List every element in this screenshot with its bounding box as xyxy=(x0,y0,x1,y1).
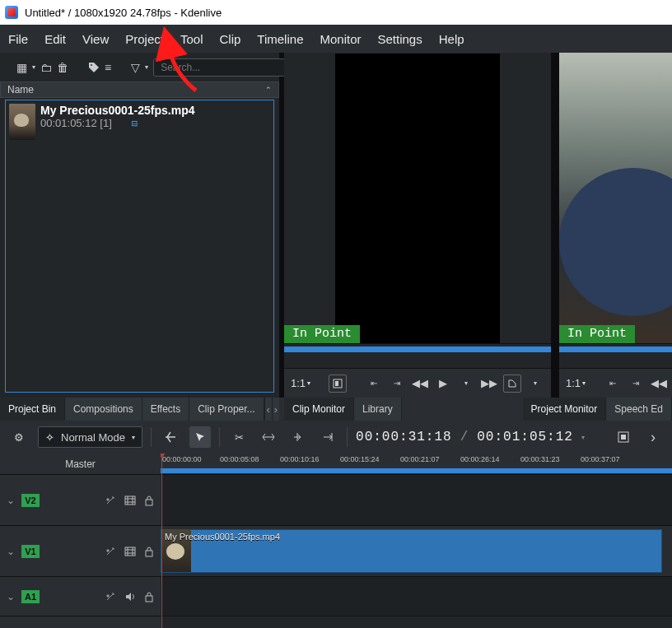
edit-mode-select[interactable]: ✧ Normal Mode ▾ xyxy=(38,426,142,448)
more-icon[interactable]: › xyxy=(642,426,664,448)
video-icon[interactable] xyxy=(124,495,136,506)
insert-icon[interactable] xyxy=(287,426,309,448)
project-monitor-ruler[interactable] xyxy=(559,343,672,368)
tab-speech-editor[interactable]: Speech Ed xyxy=(606,398,672,421)
add-clip-icon[interactable]: ▦ xyxy=(16,61,27,74)
lane-a1[interactable] xyxy=(161,577,672,616)
in-icon[interactable] xyxy=(329,374,347,393)
project-monitor-viewport[interactable]: In Point xyxy=(559,53,672,343)
effects-icon[interactable] xyxy=(105,546,116,557)
track-v1[interactable]: ⌄ V1 xyxy=(0,526,161,577)
timeline-tracks[interactable]: 00:00:00:00 00:00:05:08 00:00:10:16 00:0… xyxy=(161,454,672,628)
filter-icon[interactable]: ▽ xyxy=(131,61,140,74)
dropdown-icon[interactable]: ▾ xyxy=(526,374,544,393)
separator-label: / xyxy=(460,430,469,444)
timeline-settings-icon[interactable]: ⚙ xyxy=(8,426,30,448)
chevron-down-icon: ▾ xyxy=(132,434,135,441)
menu-monitor[interactable]: Monitor xyxy=(320,32,361,46)
effects-icon[interactable] xyxy=(105,591,116,602)
lane-v1[interactable]: My Precious0001-25fps.mp4 xyxy=(161,526,672,577)
forward-icon[interactable]: ▶▶ xyxy=(480,374,498,393)
clip-item[interactable]: My Precious0001-25fps.mp4 00:01:05:12 [1… xyxy=(9,104,270,140)
search-input[interactable] xyxy=(153,58,292,77)
set-out-icon[interactable]: ⇥ xyxy=(627,374,645,393)
timeline-position[interactable]: 00:00:31:18 xyxy=(356,430,452,444)
track-label: V2 xyxy=(21,494,40,507)
tab-compositions[interactable]: Compositions xyxy=(65,398,142,421)
collapse-icon[interactable]: ⌄ xyxy=(7,546,15,557)
timeline-clip[interactable]: My Precious0001-25fps.mp4 xyxy=(161,529,662,573)
ruler-label: 00:00:00:00 xyxy=(162,455,202,463)
menu-help[interactable]: Help xyxy=(439,32,464,46)
tab-effects[interactable]: Effects xyxy=(142,398,189,421)
options-icon[interactable]: ≡ xyxy=(105,61,111,74)
titlebar: Untitled* / 1080x1920 24.78fps - Kdenliv… xyxy=(0,0,672,25)
set-in-icon[interactable]: ⇤ xyxy=(365,374,383,393)
playhead[interactable] xyxy=(161,454,162,628)
tab-clip-properties[interactable]: Clip Proper... xyxy=(189,398,264,421)
set-out-icon[interactable]: ⇥ xyxy=(388,374,406,393)
effects-icon[interactable] xyxy=(105,495,116,506)
svg-rect-8 xyxy=(146,551,152,556)
dropdown-icon[interactable]: ▾ xyxy=(32,61,35,74)
master-track[interactable]: Master xyxy=(0,454,161,475)
compositing-icon[interactable] xyxy=(160,426,181,448)
menu-settings[interactable]: Settings xyxy=(378,32,422,46)
menu-project[interactable]: Project xyxy=(125,32,164,46)
timeline-ruler[interactable]: 00:00:00:00 00:00:05:08 00:00:10:16 00:0… xyxy=(161,454,672,475)
collapse-icon[interactable]: ⌄ xyxy=(7,591,15,602)
play-icon[interactable]: ▶ xyxy=(434,374,452,393)
folder-icon[interactable]: 🗀 xyxy=(40,61,52,74)
video-icon: ⊟ xyxy=(132,118,138,129)
menu-clip[interactable]: Clip xyxy=(220,32,241,46)
menu-tool[interactable]: Tool xyxy=(180,32,203,46)
spacer-tool-icon[interactable] xyxy=(258,426,279,448)
timeline-duration: 00:01:05:12 xyxy=(477,430,573,444)
lane-v2[interactable] xyxy=(161,475,672,526)
delete-icon[interactable]: 🗑 xyxy=(57,61,68,74)
tab-project-monitor[interactable]: Project Monitor xyxy=(523,398,607,421)
clip-duration: 00:01:05:12 [1] xyxy=(40,117,112,129)
scroll-right-icon[interactable]: › xyxy=(272,398,279,421)
lock-icon[interactable] xyxy=(144,591,154,602)
edit-mode-icon[interactable] xyxy=(503,374,521,393)
collapse-icon[interactable]: ⌄ xyxy=(7,495,15,506)
tab-clip-monitor[interactable]: Clip Monitor xyxy=(284,398,354,421)
track-v2[interactable]: ⌄ V2 xyxy=(0,475,161,526)
chevron-down-icon[interactable]: ▾ xyxy=(581,434,585,441)
sort-icon[interactable]: ⌃ xyxy=(265,86,272,94)
lock-icon[interactable] xyxy=(144,546,154,557)
scroll-left-icon[interactable]: ‹ xyxy=(264,398,272,421)
bin-header-label: Name xyxy=(7,84,34,95)
bin-header[interactable]: Name ⌃ xyxy=(0,81,279,98)
dropdown-icon[interactable]: ▾ xyxy=(145,61,148,74)
overwrite-icon[interactable] xyxy=(317,426,338,448)
menu-view[interactable]: View xyxy=(82,32,109,46)
track-a1[interactable]: ⌄ A1 xyxy=(0,577,161,616)
zoom-level[interactable]: 1:1 ▾ xyxy=(566,377,586,389)
select-tool-icon[interactable] xyxy=(189,426,211,448)
zoom-level[interactable]: 1:1 ▾ xyxy=(291,377,310,389)
svg-rect-2 xyxy=(335,381,338,386)
razor-tool-icon[interactable]: ✂ xyxy=(228,426,250,448)
dropdown-icon[interactable]: ▾ xyxy=(457,374,475,393)
tab-library[interactable]: Library xyxy=(354,398,402,421)
video-icon[interactable] xyxy=(124,546,136,557)
tag-icon[interactable] xyxy=(88,61,100,74)
lock-icon[interactable] xyxy=(144,495,154,506)
tab-project-bin[interactable]: Project Bin xyxy=(0,398,65,421)
clip-monitor-controls: 1:1 ▾ ⇤ ⇥ ◀◀ ▶ ▾ ▶▶ ▾ xyxy=(284,368,551,398)
menu-edit[interactable]: Edit xyxy=(44,32,66,46)
menu-file[interactable]: File xyxy=(8,32,28,46)
clip-list[interactable]: My Precious0001-25fps.mp4 00:01:05:12 [1… xyxy=(5,100,274,393)
rewind-icon[interactable]: ◀◀ xyxy=(411,374,429,393)
ruler-label: 00:00:37:07 xyxy=(581,455,620,463)
audio-icon[interactable] xyxy=(124,591,136,602)
set-in-icon[interactable]: ⇤ xyxy=(604,374,622,393)
svg-rect-5 xyxy=(125,496,135,505)
clip-monitor-viewport[interactable]: In Point xyxy=(284,53,551,343)
clip-monitor-ruler[interactable] xyxy=(284,343,551,368)
rewind-icon[interactable]: ◀◀ xyxy=(650,374,668,393)
preview-icon[interactable] xyxy=(613,426,634,448)
menu-timeline[interactable]: Timeline xyxy=(257,32,303,46)
